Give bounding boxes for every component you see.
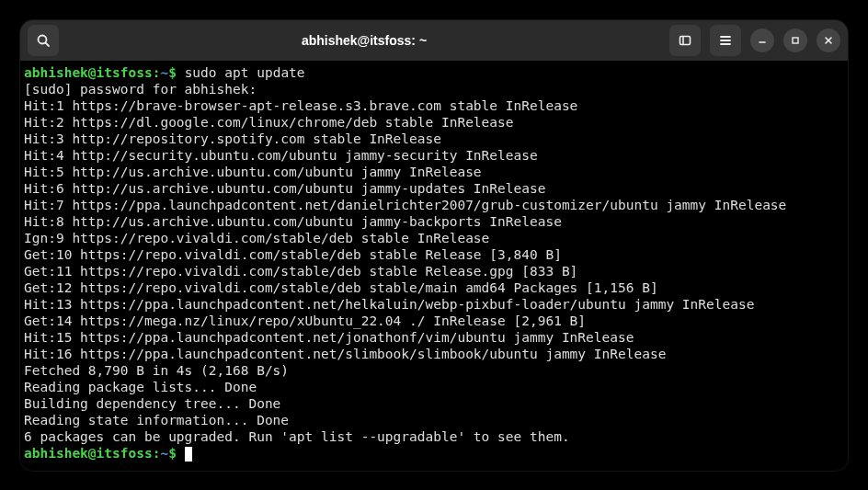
svg-rect-2: [680, 37, 691, 45]
window-title: abhishek@itsfoss: ~: [59, 33, 669, 48]
maximize-button[interactable]: [783, 28, 807, 52]
menu-button[interactable]: [710, 25, 741, 56]
svg-line-1: [46, 43, 50, 47]
terminal-window: abhishek@itsfoss: ~: [20, 20, 848, 471]
output-line: 6 packages can be upgraded. Run 'apt lis…: [24, 428, 844, 445]
cursor: [185, 447, 192, 462]
output-line: Get:14 https://mega.nz/linux/repo/xUbunt…: [24, 313, 844, 329]
prompt-symbol: $: [168, 446, 177, 461]
output-line: Hit:8 http://us.archive.ubuntu.com/ubunt…: [24, 213, 844, 230]
output-line: Hit:4 http://security.ubuntu.com/ubuntu …: [24, 147, 844, 164]
output-line: Reading package lists... Done: [24, 379, 844, 395]
prompt-symbol: $: [168, 65, 177, 80]
output-line: Hit:6 http://us.archive.ubuntu.com/ubunt…: [24, 180, 844, 197]
output-line: [sudo] password for abhishek:: [24, 81, 844, 97]
output-line: Building dependency tree... Done: [24, 395, 844, 412]
minimize-icon: [757, 35, 768, 46]
new-tab-button[interactable]: [669, 25, 701, 56]
search-button[interactable]: [28, 25, 59, 56]
output-line: Get:10 https://repo.vivaldi.com/stable/d…: [24, 246, 844, 263]
output-line: Hit:15 https://ppa.launchpadcontent.net/…: [24, 329, 844, 346]
tab-icon: [678, 33, 692, 48]
terminal-area[interactable]: abhishek@itsfoss:~$ sudo apt update[sudo…: [20, 61, 848, 471]
prompt-path: ~: [160, 65, 168, 80]
maximize-icon: [790, 35, 801, 46]
prompt-user-host: abhishek@itsfoss: [24, 446, 153, 461]
output-line: Hit:1 https://brave-browser-apt-release.…: [24, 97, 844, 114]
output-line: Ign:9 https://repo.vivaldi.com/stable/de…: [24, 230, 844, 246]
search-icon: [36, 33, 51, 48]
titlebar: abhishek@itsfoss: ~: [20, 20, 848, 61]
output-line: Hit:7 https://ppa.launchpadcontent.net/d…: [24, 197, 844, 213]
prompt-user-host: abhishek@itsfoss: [24, 65, 153, 80]
output-line: Get:11 https://repo.vivaldi.com/stable/d…: [24, 263, 844, 279]
output-line: Hit:3 http://repository.spotify.com stab…: [24, 131, 844, 147]
output-line: Hit:5 http://us.archive.ubuntu.com/ubunt…: [24, 164, 844, 180]
close-button[interactable]: [817, 28, 840, 52]
output-line: Reading state information... Done: [24, 412, 844, 428]
svg-rect-8: [793, 38, 798, 43]
window-controls: [669, 25, 840, 56]
prompt-path: ~: [160, 446, 168, 461]
minimize-button[interactable]: [750, 28, 774, 52]
hamburger-icon: [718, 33, 733, 48]
output-line: Hit:16 https://ppa.launchpadcontent.net/…: [24, 346, 844, 362]
output-line: Hit:13 https://ppa.launchpadcontent.net/…: [24, 296, 844, 313]
output-line: Fetched 8,790 B in 4s (2,168 B/s): [24, 362, 844, 379]
close-icon: [823, 35, 834, 46]
command-text: sudo apt update: [185, 65, 305, 80]
output-line: Hit:2 https://dl.google.com/linux/chrome…: [24, 114, 844, 131]
output-line: Get:12 https://repo.vivaldi.com/stable/d…: [24, 279, 844, 296]
